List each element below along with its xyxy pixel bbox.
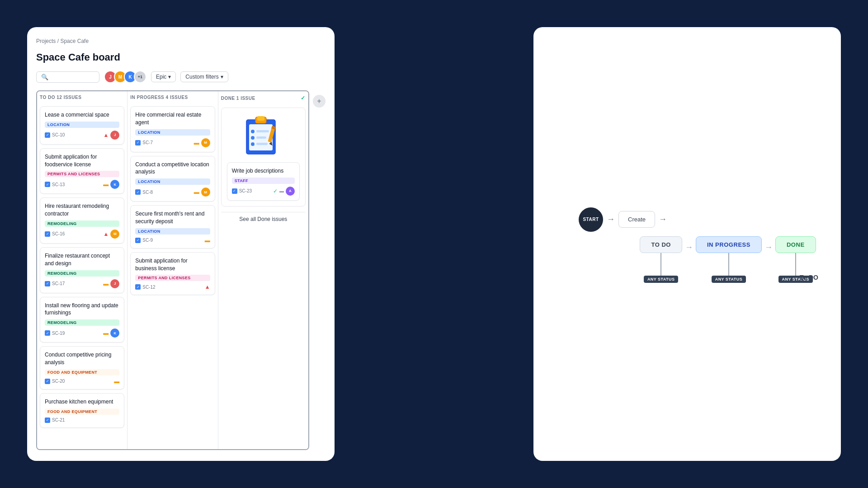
- priority-medium-icon: ▬: [279, 188, 284, 193]
- card-tag: PERMITS AND LICENSES: [45, 171, 119, 177]
- card-sc7: Hire commercial real estate agent LOCATI…: [130, 106, 215, 152]
- svg-point-6: [251, 136, 255, 140]
- svg-rect-5: [256, 130, 269, 132]
- avatar: M: [201, 188, 210, 197]
- card-tag: REMODELING: [45, 319, 119, 326]
- card-tag: LOCATION: [135, 178, 210, 185]
- card-tag: REMODELING: [45, 221, 119, 227]
- priority-medium-icon: ▬: [194, 189, 199, 195]
- svg-point-4: [251, 130, 255, 133]
- done-illustration-card: Write job descriptions STAFF ✓ SC-23 ✓ ▬…: [221, 108, 306, 206]
- inprogress-any-status-badge: ANY STATUS: [712, 276, 746, 283]
- avatar: M: [201, 138, 210, 147]
- search-box[interactable]: 🔍: [36, 71, 99, 83]
- workflow-diagram-panel: START → Create → TO DO ANY STATUS →: [533, 27, 841, 461]
- priority-medium-icon: ▬: [194, 140, 199, 146]
- avatar: J: [110, 279, 119, 288]
- priority-medium-icon: ▬: [103, 281, 108, 287]
- card-title: Purchase kitchen equipment: [45, 398, 119, 406]
- card-title: Conduct competitive pricing analysis: [45, 351, 119, 366]
- page-title: Space Cafe board: [36, 52, 326, 63]
- check-icon: ✓: [135, 284, 141, 290]
- card-sc19: Install new flooring and update furnishi…: [40, 297, 124, 343]
- see-all-done-button[interactable]: See all Done issues: [221, 212, 306, 226]
- custom-filters-button[interactable]: Custom filters ▾: [180, 71, 228, 82]
- todo-vertical-line: [660, 253, 661, 276]
- priority-medium-icon: ▬: [103, 330, 108, 336]
- svg-point-8: [251, 142, 255, 146]
- todo-column-header: TO DO 12 ISSUES: [40, 95, 81, 100]
- check-icon: ✓: [135, 189, 141, 195]
- card-tag: LOCATION: [135, 129, 210, 136]
- epic-filter-button[interactable]: Epic ▾: [151, 71, 176, 82]
- card-tag: LOCATION: [135, 228, 210, 235]
- check-icon: ✓: [45, 330, 50, 336]
- workflow-inprogress-node: IN PROGRESS: [696, 236, 762, 253]
- workflow-todo-col: TO DO ANY STATUS: [640, 236, 682, 283]
- svg-rect-2: [257, 116, 264, 121]
- workflow-diagram: START → Create → TO DO ANY STATUS →: [552, 207, 823, 281]
- priority-medium-icon: ▬: [205, 237, 210, 244]
- todo-any-status-badge: ANY STATUS: [644, 276, 679, 283]
- card-sc13: Submit application for foodservice licen…: [40, 148, 124, 194]
- toolbar: 🔍 J M K +1 Epic ▾ Custom filters ▾: [36, 70, 326, 83]
- avatar-group[interactable]: J M K +1: [104, 70, 146, 83]
- card-sc20: Conduct competitive pricing analysis FOO…: [40, 346, 124, 389]
- card-title: Finalize restaurant concept and design: [45, 252, 119, 267]
- check-icon: ✓: [45, 379, 50, 384]
- card-sc23: Write job descriptions STAFF ✓ SC-23 ✓ ▬…: [227, 162, 300, 201]
- done-vertical-line: [795, 253, 796, 276]
- avatar: K: [110, 180, 119, 189]
- card-tag: LOCATION: [45, 122, 119, 128]
- check-icon: ✓: [135, 140, 141, 145]
- card-title: Submit application for business license: [135, 257, 210, 272]
- done-check-icon: ✓: [301, 95, 306, 101]
- card-tag: FOOD AND EQUIPMENT: [45, 369, 119, 375]
- workflow-inprogress-col: IN PROGRESS ANY STATUS: [696, 236, 762, 283]
- card-title: Submit application for foodservice licen…: [45, 153, 119, 169]
- check-icon: ✓: [45, 281, 50, 286]
- clipboard-illustration: [243, 113, 283, 159]
- card-title: Conduct a competitive location analysis: [135, 161, 210, 176]
- priority-medium-icon: ▬: [114, 378, 119, 385]
- card-tag: FOOD AND EQUIPMENT: [45, 408, 119, 415]
- inprogress-to-done-arrow: →: [762, 236, 775, 277]
- card-tag: REMODELING: [45, 270, 119, 277]
- avatar: A: [286, 187, 295, 196]
- card-tag: PERMITS AND LICENSES: [135, 275, 210, 281]
- card-sc17: Finalize restaurant concept and design R…: [40, 247, 124, 293]
- card-sc9: Secure first month's rent and security d…: [130, 205, 215, 249]
- card-sc16: Hire restaurant remodeling contractor RE…: [40, 197, 124, 244]
- card-title: Install new flooring and update furnishi…: [45, 302, 119, 317]
- card-title: Secure first month's rent and security d…: [135, 210, 210, 225]
- avatar-more[interactable]: +1: [134, 70, 146, 83]
- avatar: M: [110, 230, 119, 239]
- kanban-board-panel: Projects / Space Cafe Space Cafe board 🔍…: [27, 27, 335, 461]
- create-to-todo-arrow: →: [655, 215, 670, 224]
- breadcrumb-projects[interactable]: Projects: [36, 38, 56, 44]
- check-icon: ✓: [45, 231, 50, 237]
- chevron-down-icon: ▾: [221, 74, 223, 80]
- card-title: Lease a commercial space: [45, 111, 119, 119]
- start-to-create-arrow: →: [603, 215, 618, 224]
- workflow-todo-node: TO DO: [640, 236, 682, 253]
- check-icon: ✓: [135, 238, 141, 243]
- card-title: Hire restaurant remodeling contractor: [45, 202, 119, 218]
- avatar: J: [110, 131, 119, 140]
- right-todo-label: To DO: [800, 274, 818, 281]
- breadcrumb: Projects / Space Cafe: [36, 38, 326, 44]
- search-icon: 🔍: [41, 74, 48, 80]
- avatar: K: [110, 328, 119, 338]
- check-icon: ✓: [45, 182, 50, 187]
- workflow-done-node: DONE: [775, 236, 816, 253]
- priority-high-icon: ▲: [103, 231, 108, 237]
- card-tag: STAFF: [232, 178, 295, 184]
- check-icon: ✓: [45, 418, 50, 423]
- priority-high-icon: ▲: [103, 132, 108, 138]
- card-sc8: Conduct a competitive location analysis …: [130, 156, 215, 202]
- svg-rect-9: [256, 143, 268, 145]
- done-column-header: DONE 1 ISSUE: [221, 96, 255, 101]
- add-column-button[interactable]: +: [313, 95, 326, 108]
- card-title: Write job descriptions: [232, 167, 295, 175]
- inprogress-vertical-line: [728, 253, 729, 276]
